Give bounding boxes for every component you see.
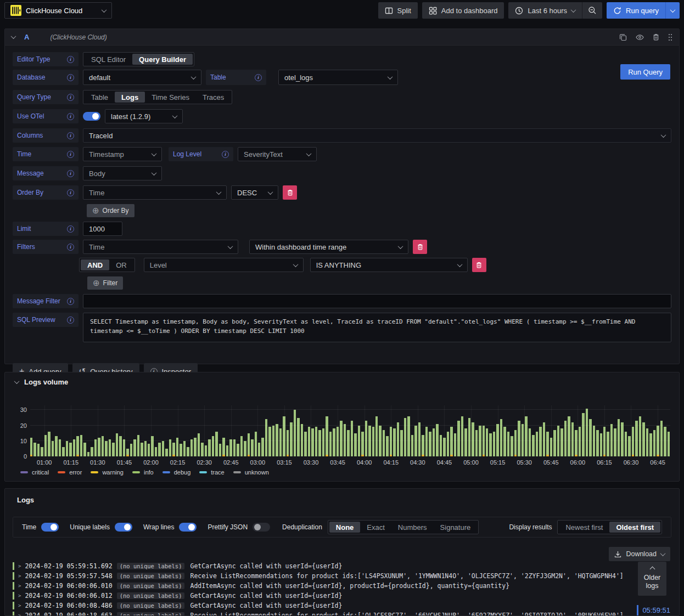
columns-multiselect[interactable]: TraceId [83,128,671,143]
dedup-signature[interactable]: Signature [434,522,478,533]
legend-item-trace[interactable]: trace [199,469,224,476]
collapse-chevron-icon[interactable] [14,378,20,384]
info-icon[interactable]: i [67,170,74,177]
log-volume-bar [529,428,531,456]
message-column-select[interactable]: Body [83,166,162,180]
info-icon[interactable]: i [67,113,74,120]
info-icon[interactable]: i [67,132,74,139]
limit-input[interactable] [83,222,122,236]
info-icon[interactable]: i [67,298,74,305]
expand-caret-icon[interactable]: > [18,613,21,616]
remove-query-icon[interactable] [653,33,659,41]
legend-item-unknown[interactable]: unknown [233,469,269,476]
expand-caret-icon[interactable]: > [18,573,21,579]
filter-bool-and[interactable]: AND [81,259,109,270]
dedup-none[interactable]: None [329,522,361,533]
info-icon[interactable]: i [67,244,74,251]
condition-field-select[interactable]: Level [144,258,304,272]
info-icon[interactable]: i [67,317,74,324]
expand-caret-icon[interactable]: > [18,603,21,608]
dedup-exact[interactable]: Exact [360,522,391,533]
query-type-traces[interactable]: Traces [196,92,231,103]
log-volume-bar [215,432,217,456]
info-icon[interactable]: i [67,151,74,158]
legend-item-error[interactable]: error [58,469,82,476]
database-label: Databasei [13,70,79,85]
query-type-table[interactable]: Table [85,92,115,103]
remove-condition-button[interactable] [472,258,486,272]
editor-run-query-button[interactable]: Run Query [620,64,670,80]
database-select[interactable]: default [83,70,201,85]
legend-item-critical[interactable]: critical [20,469,49,476]
log-level-select[interactable]: SeverityText [238,147,317,161]
log-timestamp: 2024-02-19 05:59:51.692 [25,562,112,570]
expand-caret-icon[interactable]: > [18,583,21,589]
editor-type-query-builder[interactable]: Query Builder [132,54,193,65]
log-row[interactable]: >2024-02-19 06:00:18.663(no unique label… [13,611,657,616]
query-type-time-series[interactable]: Time Series [145,92,196,103]
wrap-lines-toggle[interactable] [179,523,197,532]
duplicate-query-icon[interactable] [619,33,627,41]
query-type-logs[interactable]: Logs [115,92,145,103]
zoom-out-button[interactable] [582,2,602,19]
info-icon[interactable]: i [67,56,74,63]
split-button[interactable]: Split [378,2,418,19]
otel-version-select[interactable]: latest (1.2.9) [105,109,183,123]
log-row[interactable]: >2024-02-19 06:00:08.486(no unique label… [13,601,657,611]
unique-labels-toggle[interactable] [115,523,132,532]
info-icon[interactable]: i [67,189,74,196]
older-logs-button[interactable]: Older logs [638,562,666,596]
message-filter-input[interactable] [83,294,671,308]
log-row[interactable]: >2024-02-19 05:59:51.692(no unique label… [13,561,657,571]
filter-operator-select[interactable]: Within dashboard time range [249,240,408,254]
prettify-json-toggle[interactable] [253,523,270,532]
limit-label: Limiti [13,222,79,236]
legend-item-info[interactable]: info [132,469,154,476]
info-icon[interactable]: i [222,151,229,158]
info-icon[interactable]: i [67,225,74,233]
collapse-chevron-icon[interactable] [11,33,16,39]
log-row[interactable]: >2024-02-19 06:00:06.010(no unique label… [13,581,657,591]
run-query-dropdown-button[interactable] [666,2,680,19]
run-query-button[interactable]: Run query [607,2,666,19]
legend-item-debug[interactable]: debug [162,469,191,476]
display-oldest-first[interactable]: Oldest first [609,522,660,533]
display-newest-first[interactable]: Newest first [559,522,609,533]
hide-query-icon[interactable] [636,34,644,41]
add-filter-button[interactable]: ⊕Filter [87,276,123,290]
remove-filter-button[interactable] [413,240,427,254]
info-icon[interactable]: i [67,94,74,101]
drag-handle-icon[interactable] [668,33,672,41]
log-row[interactable]: >2024-02-19 06:00:06.012(no unique label… [13,591,657,601]
remove-order-by-button[interactable] [283,185,297,200]
info-icon[interactable]: i [67,74,74,81]
dedup-numbers[interactable]: Numbers [391,522,434,533]
legend-item-warning[interactable]: warning [91,469,124,476]
datasource-picker[interactable]: ClickHouse Cloud [4,2,112,19]
h-gridline [30,440,670,441]
log-volume-bar [180,444,182,456]
log-volume-bar [649,433,652,456]
condition-operator-select[interactable]: IS ANYTHING [310,258,468,272]
v-gridline [124,405,125,456]
table-select[interactable]: otel_logs [278,70,398,85]
info-icon[interactable]: i [255,74,262,81]
v-gridline [498,405,498,456]
time-range-picker[interactable]: Last 6 hours [508,2,582,19]
plus-circle-icon: ⊕ [92,206,99,216]
order-by-field-select[interactable]: Time [83,185,227,200]
log-row[interactable]: >2024-02-19 05:59:57.548(no unique label… [13,571,657,581]
add-order-by-button[interactable]: ⊕Order By [87,204,134,217]
time-column-select[interactable]: Timestamp [83,147,162,161]
expand-caret-icon[interactable]: > [18,593,21,598]
filter-field-select[interactable]: Time [83,240,238,254]
download-button[interactable]: Download [609,547,670,561]
use-otel-toggle[interactable] [83,112,100,121]
time-toggle[interactable] [41,523,59,532]
expand-caret-icon[interactable]: > [18,563,21,569]
order-by-direction-select[interactable]: DESC [231,185,278,200]
filter-bool-or[interactable]: OR [109,259,133,270]
editor-type-sql-editor[interactable]: SQL Editor [85,54,132,65]
add-to-dashboard-button[interactable]: Add to dashboard [422,2,504,19]
query-header[interactable]: A (ClickHouse Cloud) [5,29,679,46]
